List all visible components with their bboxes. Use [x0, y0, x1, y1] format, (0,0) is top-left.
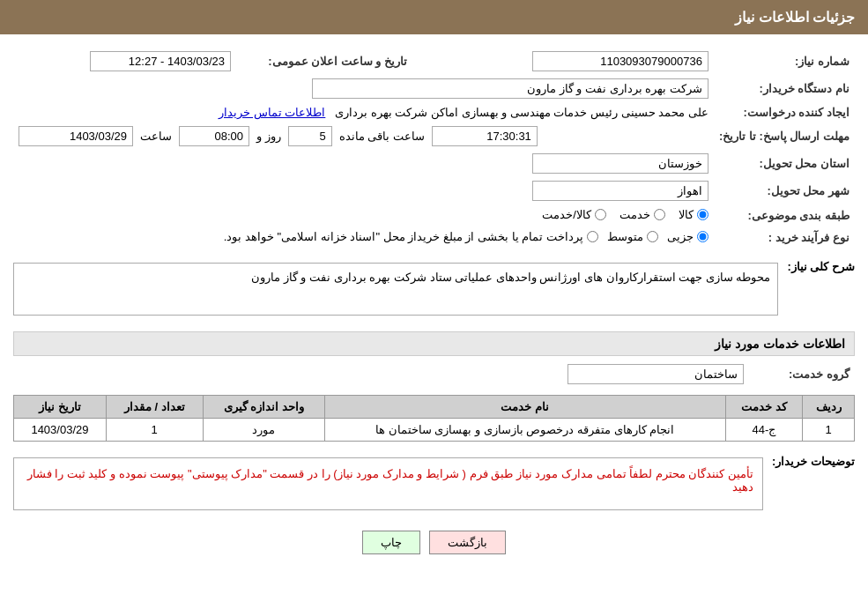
- cell-unit: مورد: [203, 419, 324, 442]
- cell-row: 1: [803, 419, 855, 442]
- remaining-time-field: 17:30:31: [432, 126, 538, 146]
- category-options: کالا خدمت کالا/خدمت: [13, 204, 714, 227]
- col-header-row: ردیف: [803, 396, 855, 419]
- services-table: ردیف کد خدمت نام خدمت واحد اندازه گیری ت…: [13, 395, 855, 442]
- province-field: خوزستان: [532, 153, 708, 174]
- purchase-esnad-label: پرداخت تمام یا بخشی از مبلغ خریداز محل "…: [224, 230, 583, 243]
- buyer-notes-label: توضیحات خریدار:: [772, 455, 855, 468]
- buyer-notes-box: تأمین کنندگان محترم لطفاً تمامی مدارک مو…: [13, 457, 763, 510]
- col-header-qty: تعداد / مقدار: [106, 396, 203, 419]
- purchase-esnad-radio[interactable]: [587, 231, 598, 242]
- purchase-jozi-radio[interactable]: [697, 231, 708, 242]
- services-section-title: اطلاعات خدمات مورد نیاز: [13, 331, 855, 356]
- need-description-text: محوطه سازی جهت استقرارکاروان های اورژانس…: [251, 271, 770, 284]
- purchase-type-label: نوع فرآیند خرید :: [714, 227, 855, 249]
- service-group-field: ساختمان: [568, 364, 744, 384]
- requester-link[interactable]: اطلاعات تماس خریدار: [219, 106, 325, 119]
- need-number-field: 1103093079000736: [532, 51, 708, 71]
- purchase-esnad-option[interactable]: پرداخت تمام یا بخشی از مبلغ خریداز محل "…: [224, 230, 598, 243]
- category-kala-khedmat-radio[interactable]: [595, 209, 606, 220]
- requester-label: ایجاد کننده درخواست:: [714, 102, 855, 123]
- col-header-name: نام خدمت: [324, 396, 725, 419]
- need-number-label: شماره نیاز:: [714, 48, 855, 75]
- announce-date-label: تاریخ و ساعت اعلان عمومی:: [236, 48, 412, 75]
- response-date-field: 1403/03/29: [19, 126, 133, 146]
- col-header-code: کد خدمت: [725, 396, 803, 419]
- city-label: شهر محل تحویل:: [714, 177, 855, 204]
- category-label: طبقه بندی موضوعی:: [714, 204, 855, 227]
- service-group-label: گروه خدمت:: [749, 360, 855, 388]
- remaining-label: ساعت باقی مانده: [339, 130, 425, 143]
- cell-qty: 1: [106, 419, 203, 442]
- main-info-table: شماره نیاز: 1103093079000736 تاریخ و ساع…: [13, 48, 855, 249]
- province-value: خوزستان: [13, 150, 714, 177]
- time-label: ساعت: [140, 130, 172, 143]
- city-field: اهواز: [532, 181, 708, 201]
- need-number-value: 1103093079000736: [439, 48, 714, 75]
- col-header-date: تاریخ نیاز: [14, 396, 107, 419]
- need-description-label: شرح کلی نیاز:: [787, 260, 855, 273]
- category-kala-option[interactable]: کالا: [679, 208, 708, 221]
- need-description-box: محوطه سازی جهت استقرارکاروان های اورژانس…: [13, 263, 778, 316]
- category-kala-label: کالا: [679, 208, 694, 221]
- cell-name: انجام کارهای متفرقه درخصوص بازسازی و بهس…: [324, 419, 725, 442]
- requester-value: علی محمد حسینی رئیس خدمات مهندسی و بهساز…: [13, 102, 714, 123]
- purchase-motvaset-option[interactable]: متوسط: [607, 230, 658, 243]
- purchase-motvaset-radio[interactable]: [647, 231, 658, 242]
- buyer-name-field: شرکت بهره برداری نفت و گاز مارون: [312, 78, 708, 99]
- category-khedmat-label: خدمت: [619, 208, 650, 221]
- response-deadline-label: مهلت ارسال پاسخ: تا تاریخ:: [714, 123, 855, 150]
- purchase-motvaset-label: متوسط: [607, 230, 643, 243]
- cell-code: ج-44: [725, 419, 803, 442]
- page-title: جزئیات اطلاعات نیاز: [735, 10, 855, 25]
- city-value: اهواز: [13, 177, 714, 204]
- buyer-name-label: نام دستگاه خریدار:: [714, 75, 855, 102]
- province-label: استان محل تحویل:: [714, 150, 855, 177]
- category-khedmat-radio[interactable]: [654, 209, 665, 220]
- page-header: جزئیات اطلاعات نیاز: [0, 0, 868, 34]
- requester-name: علی محمد حسینی رئیس خدمات مهندسی و بهساز…: [335, 106, 708, 119]
- buyer-name-value: شرکت بهره برداری نفت و گاز مارون: [13, 75, 714, 102]
- content-area: شماره نیاز: 1103093079000736 تاریخ و ساع…: [0, 34, 868, 568]
- page-wrapper: جزئیات اطلاعات نیاز شماره نیاز: 11030930…: [0, 0, 868, 609]
- category-khedmat-option[interactable]: خدمت: [619, 208, 665, 221]
- days-field: 5: [288, 126, 332, 146]
- service-group-value: ساختمان: [13, 360, 749, 388]
- category-kala-radio[interactable]: [697, 209, 708, 220]
- response-deadline-row: 17:30:31 ساعت باقی مانده 5 روز و 08:00 س…: [13, 123, 714, 150]
- days-label: روز و: [256, 130, 281, 143]
- purchase-type-options: جزیی متوسط پرداخت تمام یا بخشی از مبلغ خ…: [13, 227, 714, 249]
- print-button[interactable]: چاپ: [362, 531, 420, 554]
- announce-date-field: 1403/03/23 - 12:27: [90, 51, 231, 71]
- service-group-table: گروه خدمت: ساختمان: [13, 360, 855, 388]
- table-row: 1 ج-44 انجام کارهای متفرقه درخصوص بازساز…: [14, 419, 855, 442]
- need-description-section: شرح کلی نیاز: محوطه سازی جهت استقرارکارو…: [13, 256, 855, 323]
- buttons-row: بازگشت چاپ: [13, 531, 855, 554]
- announce-date-value: 1403/03/23 - 12:27: [13, 48, 236, 75]
- buyer-notes-text: تأمین کنندگان محترم لطفاً تمامی مدارک مو…: [27, 467, 753, 494]
- col-header-unit: واحد اندازه گیری: [203, 396, 324, 419]
- time-field: 08:00: [179, 126, 249, 146]
- category-kala-khedmat-label: کالا/خدمت: [542, 208, 591, 221]
- cell-date: 1403/03/29: [14, 419, 107, 442]
- buyer-notes-section: توضیحات خریدار: تأمین کنندگان محترم لطفا…: [13, 450, 855, 517]
- back-button[interactable]: بازگشت: [429, 531, 506, 554]
- purchase-jozi-option[interactable]: جزیی: [667, 230, 708, 243]
- category-kala-khedmat-option[interactable]: کالا/خدمت: [542, 208, 606, 221]
- purchase-jozi-label: جزیی: [667, 230, 694, 243]
